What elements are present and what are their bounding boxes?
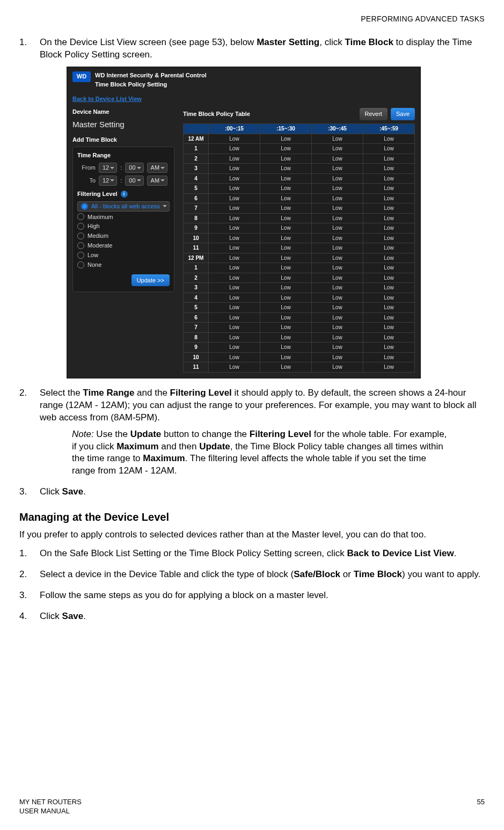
policy-cell[interactable]: Low [363, 253, 415, 263]
policy-cell[interactable]: Low [363, 332, 415, 343]
policy-cell[interactable]: Low [312, 243, 363, 253]
policy-cell[interactable]: Low [363, 343, 415, 353]
policy-cell[interactable]: Low [209, 164, 260, 174]
policy-cell[interactable]: Low [363, 193, 415, 203]
policy-cell[interactable]: Low [209, 362, 260, 373]
policy-cell[interactable]: Low [312, 203, 363, 214]
policy-cell[interactable]: Low [363, 293, 415, 303]
policy-cell[interactable]: Low [363, 134, 415, 144]
policy-cell[interactable]: Low [312, 283, 363, 293]
policy-cell[interactable]: Low [260, 283, 312, 293]
policy-cell[interactable]: Low [209, 312, 260, 323]
policy-cell[interactable]: Low [209, 193, 260, 203]
policy-cell[interactable]: Low [363, 323, 415, 333]
policy-cell[interactable]: Low [312, 164, 363, 174]
policy-cell[interactable]: Low [312, 173, 363, 184]
policy-cell[interactable]: Low [312, 134, 363, 144]
policy-cell[interactable]: Low [363, 283, 415, 293]
policy-cell[interactable]: Low [209, 263, 260, 273]
policy-cell[interactable]: Low [209, 243, 260, 253]
policy-cell[interactable]: Low [312, 362, 363, 373]
policy-cell[interactable]: Low [363, 312, 415, 323]
policy-cell[interactable]: Low [209, 203, 260, 214]
policy-cell[interactable]: Low [209, 233, 260, 243]
policy-cell[interactable]: Low [363, 273, 415, 283]
policy-cell[interactable]: Low [312, 332, 363, 343]
policy-cell[interactable]: Low [312, 144, 363, 154]
policy-cell[interactable]: Low [312, 323, 363, 333]
policy-cell[interactable]: Low [209, 323, 260, 333]
policy-cell[interactable]: Low [312, 223, 363, 234]
policy-cell[interactable]: Low [363, 223, 415, 234]
policy-cell[interactable]: Low [312, 303, 363, 313]
policy-cell[interactable]: Low [363, 233, 415, 243]
policy-cell[interactable]: Low [363, 184, 415, 194]
policy-cell[interactable]: Low [312, 184, 363, 194]
filtering-level-option[interactable]: Medium [77, 232, 170, 240]
policy-cell[interactable]: Low [260, 303, 312, 313]
from-hour-select[interactable]: 12 [99, 163, 117, 173]
back-to-device-list-link[interactable]: Back to Device List View [67, 93, 147, 108]
policy-cell[interactable]: Low [260, 213, 312, 223]
policy-cell[interactable]: Low [260, 154, 312, 164]
filtering-level-option[interactable]: High [77, 222, 170, 230]
policy-cell[interactable]: Low [312, 233, 363, 243]
policy-cell[interactable]: Low [363, 173, 415, 184]
policy-cell[interactable]: Low [260, 273, 312, 283]
policy-cell[interactable]: Low [260, 184, 312, 194]
policy-cell[interactable]: Low [363, 243, 415, 253]
policy-cell[interactable]: Low [260, 223, 312, 234]
policy-cell[interactable]: Low [260, 193, 312, 203]
policy-cell[interactable]: Low [312, 253, 363, 263]
policy-cell[interactable]: Low [209, 223, 260, 234]
policy-cell[interactable]: Low [209, 173, 260, 184]
policy-cell[interactable]: Low [260, 323, 312, 333]
policy-cell[interactable]: Low [363, 154, 415, 164]
policy-cell[interactable]: Low [260, 243, 312, 253]
policy-cell[interactable]: Low [363, 303, 415, 313]
policy-cell[interactable]: Low [260, 312, 312, 323]
policy-cell[interactable]: Low [312, 293, 363, 303]
filtering-level-option[interactable]: Moderate [77, 242, 170, 250]
policy-cell[interactable]: Low [363, 164, 415, 174]
save-button[interactable]: Save [391, 108, 415, 120]
policy-cell[interactable]: Low [209, 293, 260, 303]
policy-cell[interactable]: Low [209, 273, 260, 283]
policy-cell[interactable]: Low [260, 332, 312, 343]
policy-cell[interactable]: Low [363, 144, 415, 154]
policy-cell[interactable]: Low [260, 343, 312, 353]
policy-cell[interactable]: Low [312, 193, 363, 203]
policy-cell[interactable]: Low [312, 154, 363, 164]
to-ampm-select[interactable]: AM [147, 176, 168, 186]
policy-cell[interactable]: Low [312, 263, 363, 273]
policy-cell[interactable]: Low [363, 203, 415, 214]
policy-cell[interactable]: Low [209, 213, 260, 223]
policy-cell[interactable]: Low [209, 184, 260, 194]
policy-cell[interactable]: Low [363, 213, 415, 223]
policy-cell[interactable]: Low [312, 312, 363, 323]
policy-cell[interactable]: Low [312, 273, 363, 283]
policy-cell[interactable]: Low [209, 303, 260, 313]
policy-cell[interactable]: Low [209, 283, 260, 293]
policy-cell[interactable]: Low [312, 213, 363, 223]
policy-cell[interactable]: Low [260, 144, 312, 154]
update-button[interactable]: Update >> [132, 274, 170, 287]
from-min-select[interactable]: 00 [125, 163, 143, 173]
filtering-level-option[interactable]: Maximum [77, 213, 170, 221]
policy-cell[interactable]: Low [209, 332, 260, 343]
policy-cell[interactable]: Low [363, 362, 415, 373]
policy-cell[interactable]: Low [260, 203, 312, 214]
policy-cell[interactable]: Low [260, 134, 312, 144]
from-ampm-select[interactable]: AM [147, 163, 168, 173]
policy-cell[interactable]: Low [260, 233, 312, 243]
policy-cell[interactable]: Low [363, 352, 415, 362]
policy-cell[interactable]: Low [260, 253, 312, 263]
info-icon[interactable]: i [121, 191, 128, 198]
policy-cell[interactable]: Low [260, 293, 312, 303]
policy-cell[interactable]: Low [312, 352, 363, 362]
revert-button[interactable]: Revert [360, 108, 388, 120]
policy-cell[interactable]: Low [312, 343, 363, 353]
to-hour-select[interactable]: 12 [99, 176, 117, 186]
policy-cell[interactable]: Low [209, 253, 260, 263]
policy-cell[interactable]: Low [260, 352, 312, 362]
